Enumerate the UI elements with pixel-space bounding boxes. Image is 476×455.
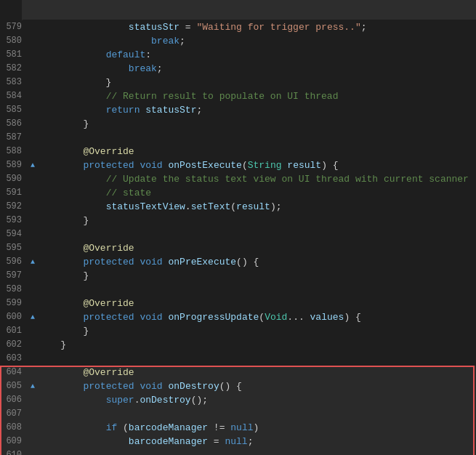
code-line-609: 609 barcodeManager = null; [0, 435, 476, 448]
code-line-606: 606 super.onDestroy(); [0, 393, 476, 407]
code-content: protected void onProgressUpdate(Void... … [38, 310, 361, 324]
breakpoint-arrow-icon: ▲ [31, 383, 35, 390]
code-line-592: 592 statusTextView.setText(result); [0, 200, 476, 214]
line-number: 605 [0, 379, 28, 393]
code-content: } [38, 76, 111, 89]
arrow-gutter [28, 421, 38, 435]
code-content: barcodeManager = null; [38, 435, 253, 448]
code-line-588: 588 @Override [0, 145, 476, 158]
arrow-gutter [28, 145, 38, 158]
breakpoint-arrow-icon: ▲ [31, 314, 35, 321]
code-content: statusTextView.setText(result); [38, 200, 282, 214]
line-number: 596 [0, 255, 28, 269]
code-line-603: 603 [0, 352, 476, 366]
code-line-594: 594 [0, 227, 476, 241]
line-number: 581 [0, 48, 28, 62]
code-area: 579 statusStr = "Waiting for trigger pre… [0, 20, 476, 455]
code-content: protected void onDestroy() { [38, 379, 242, 393]
arrow-gutter [28, 103, 38, 117]
code-line-608: 608 if (barcodeManager != null) [0, 421, 476, 435]
code-line-581: 581 default: [0, 48, 476, 62]
code-line-580: 580 break; [0, 34, 476, 48]
arrow-gutter: ▲ [28, 255, 38, 269]
code-line-601: 601 } [0, 324, 476, 338]
line-number: 579 [0, 20, 28, 34]
line-number: 585 [0, 103, 28, 117]
code-content: if (barcodeManager != null) [38, 421, 259, 435]
code-content: break; [38, 34, 185, 48]
code-content: @Override [38, 297, 134, 310]
code-line-587: 587 [0, 131, 476, 145]
file-tab[interactable] [0, 0, 23, 20]
code-line-583: 583 } [0, 76, 476, 89]
arrow-gutter [28, 76, 38, 89]
line-number: 604 [0, 366, 28, 379]
code-content: } [38, 117, 89, 131]
code-line-600: 600▲ protected void onProgressUpdate(Voi… [0, 310, 476, 324]
arrow-gutter [28, 324, 38, 338]
code-line-602: 602 } [0, 338, 476, 352]
arrow-gutter [28, 352, 38, 366]
code-line-584: 584 // Return result to populate on UI t… [0, 89, 476, 103]
breakpoint-arrow-icon: ▲ [31, 162, 35, 169]
code-content: // state [38, 186, 151, 200]
arrow-gutter: ▲ [28, 310, 38, 324]
line-number: 600 [0, 310, 28, 324]
code-line-595: 595 @Override [0, 241, 476, 255]
code-line-607: 607 [0, 407, 476, 421]
arrow-gutter [28, 269, 38, 283]
code-line-593: 593 } [0, 214, 476, 227]
line-number: 608 [0, 421, 28, 435]
arrow-gutter [28, 117, 38, 131]
code-content: } [38, 338, 66, 352]
code-content: } [38, 324, 89, 338]
line-number: 582 [0, 62, 28, 76]
arrow-gutter [28, 338, 38, 352]
arrow-gutter [28, 34, 38, 48]
code-content: @Override [38, 366, 134, 379]
code-content: // Return result to populate on UI threa… [38, 89, 338, 103]
code-line-591: 591 // state [0, 186, 476, 200]
code-content: @Override [38, 241, 134, 255]
arrow-gutter [28, 297, 38, 310]
line-number: 590 [0, 172, 28, 186]
line-number: 589 [0, 158, 28, 172]
line-number: 595 [0, 241, 28, 255]
code-line-599: 599 @Override [0, 297, 476, 310]
line-number: 592 [0, 200, 28, 214]
code-content: break; [38, 62, 163, 76]
breakpoint-arrow-icon: ▲ [31, 259, 35, 266]
arrow-gutter [28, 435, 38, 448]
code-content: } [38, 269, 89, 283]
arrow-gutter [28, 393, 38, 407]
arrow-gutter [28, 283, 38, 297]
arrow-gutter [28, 200, 38, 214]
arrow-gutter [28, 131, 38, 145]
line-number: 587 [0, 131, 28, 145]
code-line-598: 598 [0, 283, 476, 297]
code-content: @Override [38, 145, 134, 158]
line-number: 599 [0, 297, 28, 310]
line-number: 598 [0, 283, 28, 297]
line-number: 588 [0, 145, 28, 158]
arrow-gutter [28, 20, 38, 34]
code-content: // Update the status text view on UI thr… [38, 172, 469, 186]
code-line-582: 582 break; [0, 62, 476, 76]
arrow-gutter [28, 186, 38, 200]
editor-container: 579 statusStr = "Waiting for trigger pre… [0, 0, 476, 455]
code-content: protected void onPostExecute(String resu… [38, 158, 339, 172]
line-number: 601 [0, 324, 28, 338]
code-content: return statusStr; [38, 103, 202, 117]
code-content: protected void onPreExecute() { [38, 255, 259, 269]
code-line-590: 590 // Update the status text view on UI… [0, 172, 476, 186]
code-content: super.onDestroy(); [38, 393, 208, 407]
line-number: 606 [0, 393, 28, 407]
code-line-597: 597 } [0, 269, 476, 283]
line-number: 583 [0, 76, 28, 89]
line-number: 584 [0, 89, 28, 103]
code-line-586: 586 } [0, 117, 476, 131]
tab-bar [0, 0, 476, 20]
code-line-579: 579 statusStr = "Waiting for trigger pre… [0, 20, 476, 34]
arrow-gutter [28, 172, 38, 186]
line-number: 603 [0, 352, 28, 366]
